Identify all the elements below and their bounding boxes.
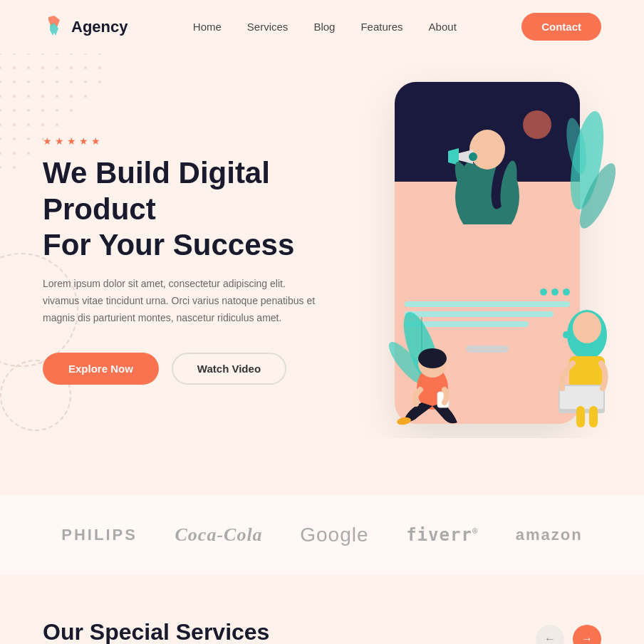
svg-point-44 — [27, 137, 30, 140]
services-navigation: ← → — [536, 625, 601, 644]
svg-point-30 — [84, 95, 87, 98]
svg-point-1 — [13, 53, 16, 55]
sitting-person-icon — [393, 338, 472, 431]
services-title-block: Our Special Services For Our Clients — [43, 618, 269, 644]
svg-point-34 — [41, 109, 44, 112]
services-next-button[interactable]: → — [573, 625, 601, 644]
svg-point-13 — [70, 66, 73, 69]
svg-point-20 — [56, 80, 58, 83]
svg-rect-74 — [589, 406, 598, 427]
nav-links: Home Services Blog Features About — [193, 21, 457, 33]
svg-point-39 — [27, 123, 30, 126]
services-header: Our Special Services For Our Clients ← → — [43, 618, 601, 644]
star-3: ★ — [67, 135, 76, 147]
svg-point-65 — [418, 348, 447, 368]
brand-amazon: amazon — [516, 526, 583, 544]
dot-3 — [563, 289, 570, 296]
svg-point-29 — [70, 95, 73, 98]
svg-rect-73 — [576, 406, 585, 427]
hero-title: We Build Digital Product For Your Succes… — [43, 155, 322, 263]
svg-point-18 — [27, 80, 30, 83]
person-in-phone-icon — [395, 82, 580, 224]
hero-stars: ★ ★ ★ ★ ★ — [43, 135, 322, 147]
hero-section: ★ ★ ★ ★ ★ We Build Digital Product For Y… — [0, 53, 644, 438]
svg-point-0 — [0, 53, 1, 55]
star-1: ★ — [43, 135, 52, 147]
star-2: ★ — [55, 135, 64, 147]
brands-section: PHILIPS Coca-Cola Google fiverr® amazon — [0, 495, 644, 575]
nav-services[interactable]: Services — [247, 21, 289, 33]
svg-point-11 — [41, 66, 44, 69]
svg-point-33 — [27, 109, 30, 112]
svg-point-31 — [0, 109, 1, 112]
svg-point-38 — [13, 123, 16, 126]
star-4: ★ — [79, 135, 88, 147]
hero-buttons: Explore Now Watch Video — [43, 353, 322, 385]
svg-rect-72 — [560, 386, 603, 409]
svg-point-27 — [41, 95, 44, 98]
phone-dots — [405, 289, 570, 296]
svg-point-9 — [13, 66, 16, 69]
svg-point-46 — [0, 152, 1, 155]
brand-philips: PHILIPS — [61, 526, 137, 544]
contact-button[interactable]: Contact — [521, 13, 601, 41]
phone-top-area — [395, 82, 580, 182]
svg-point-16 — [0, 80, 1, 83]
brand-fiverr: fiverr® — [406, 525, 478, 545]
star-5: ★ — [91, 135, 100, 147]
svg-point-10 — [27, 66, 30, 69]
svg-point-23 — [98, 80, 101, 83]
svg-point-59 — [469, 130, 505, 170]
svg-point-60 — [469, 152, 477, 161]
dot-1 — [540, 289, 547, 296]
svg-point-17 — [13, 80, 16, 83]
leaves-right-icon — [559, 103, 616, 246]
svg-point-32 — [13, 109, 16, 112]
svg-point-40 — [41, 123, 44, 126]
dot-2 — [551, 289, 559, 296]
svg-point-14 — [84, 66, 87, 69]
svg-point-37 — [0, 123, 1, 126]
logo[interactable]: Agency — [43, 14, 128, 40]
brand-google: Google — [300, 524, 368, 546]
svg-point-48 — [27, 152, 30, 155]
svg-point-26 — [27, 95, 30, 98]
nav-features[interactable]: Features — [360, 21, 402, 33]
services-prev-button[interactable]: ← — [536, 625, 564, 644]
svg-point-22 — [84, 80, 87, 83]
svg-point-7 — [98, 53, 101, 55]
svg-point-47 — [13, 152, 16, 155]
explore-now-button[interactable]: Explore Now — [43, 353, 159, 385]
svg-point-54 — [523, 110, 551, 139]
phone-home-btn — [466, 346, 509, 353]
nav-blog[interactable]: Blog — [313, 21, 335, 33]
services-section: Our Special Services For Our Clients ← → — [0, 575, 644, 644]
svg-point-49 — [0, 166, 1, 169]
logo-icon — [43, 14, 66, 40]
navbar: Agency Home Services Blog Features About… — [0, 0, 644, 53]
svg-point-69 — [573, 312, 601, 343]
brand-cocacola: Coca-Cola — [175, 524, 263, 546]
svg-point-41 — [56, 123, 58, 126]
laptop-lady-icon — [551, 303, 623, 431]
svg-point-50 — [13, 166, 16, 169]
section-divider — [0, 438, 644, 495]
nav-home[interactable]: Home — [193, 21, 222, 33]
svg-point-28 — [56, 95, 58, 98]
svg-point-2 — [27, 53, 30, 55]
svg-point-15 — [98, 66, 101, 69]
svg-point-43 — [13, 137, 16, 140]
svg-point-36 — [70, 109, 73, 112]
svg-point-3 — [41, 53, 44, 55]
svg-point-21 — [70, 80, 73, 83]
svg-point-19 — [41, 80, 44, 83]
watch-video-button[interactable]: Watch Video — [172, 353, 286, 385]
svg-point-24 — [0, 95, 1, 98]
svg-point-6 — [84, 53, 87, 55]
svg-point-12 — [56, 66, 58, 69]
svg-point-5 — [70, 53, 73, 55]
nav-about[interactable]: About — [429, 21, 457, 33]
svg-point-25 — [13, 95, 16, 98]
hero-left: ★ ★ ★ ★ ★ We Build Digital Product For Y… — [43, 135, 322, 385]
svg-point-42 — [0, 137, 1, 140]
